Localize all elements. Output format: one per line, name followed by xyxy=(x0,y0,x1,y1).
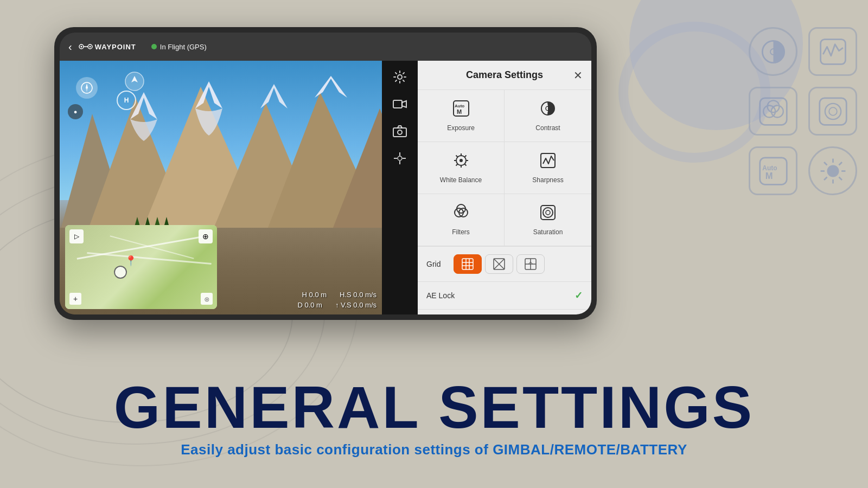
device-screen: ‹ WAYPOINT In Fligh xyxy=(60,33,591,314)
screen-body: H ● 📍 ⊕ ▷ + xyxy=(60,61,591,314)
grid-option-3[interactable] xyxy=(516,254,545,274)
svg-line-65 xyxy=(456,156,458,158)
map-pin: 📍 xyxy=(125,255,137,267)
exposure-cell[interactable]: Auto M Exposure xyxy=(418,90,505,142)
svg-rect-69 xyxy=(541,153,555,168)
grid-options xyxy=(454,254,545,274)
svg-point-46 xyxy=(398,130,402,134)
sharpness-label: Sharpness xyxy=(532,176,563,184)
camera-deco-icon xyxy=(808,87,857,136)
sun-deco-icon xyxy=(808,146,857,195)
grid-label: Grid xyxy=(426,260,448,268)
sharpness-icon xyxy=(539,152,557,173)
contrast-deco-icon xyxy=(749,27,797,76)
grid-option-2[interactable] xyxy=(485,254,513,274)
subtitle: Easily adjust basic configuration settin… xyxy=(181,441,687,458)
svg-point-23 xyxy=(80,46,82,48)
waypoint-dots xyxy=(79,41,93,52)
svg-rect-76 xyxy=(462,259,473,269)
circles-deco-icon xyxy=(749,87,797,136)
svg-line-19 xyxy=(839,177,842,180)
svg-line-67 xyxy=(464,156,467,158)
chart-deco-icon xyxy=(808,27,857,76)
photo-button[interactable] xyxy=(390,121,410,141)
bg-squiggle xyxy=(618,22,770,163)
white-balance-label: White Balance xyxy=(440,176,482,184)
map-location-button[interactable]: ⊕ xyxy=(199,229,213,243)
svg-marker-39 xyxy=(86,87,88,92)
waypoint-label: WAYPOINT xyxy=(95,43,136,51)
video-button[interactable] xyxy=(390,94,410,114)
map-route-button[interactable]: ▷ xyxy=(69,229,84,243)
right-decorative-icons: Auto M xyxy=(749,27,857,195)
exposure-label: Exposure xyxy=(447,124,475,132)
exposure-icon: Auto M xyxy=(452,100,470,121)
flight-text: In Flight (GPS) xyxy=(160,43,207,51)
lock-icon: ● xyxy=(68,104,83,119)
svg-point-51 xyxy=(398,156,402,160)
ae-lock-checkmark[interactable]: ✓ xyxy=(575,290,583,301)
bottom-section: GENERAL SETTINGS Easily adjust basic con… xyxy=(0,336,868,488)
saturation-icon xyxy=(539,204,557,225)
filters-label: Filters xyxy=(452,228,470,236)
side-controls xyxy=(382,61,418,314)
svg-point-75 xyxy=(546,210,550,215)
sharpness-cell[interactable]: Sharpness xyxy=(505,142,591,194)
distance-value: D 0.0 m xyxy=(297,301,322,309)
ae-lock-label: AE Lock xyxy=(426,291,575,300)
waypoint-indicator: WAYPOINT xyxy=(79,41,136,52)
settings-grid: Auto M Exposure xyxy=(418,90,591,247)
svg-point-13 xyxy=(827,165,839,177)
svg-point-42 xyxy=(398,75,402,79)
svg-line-20 xyxy=(839,162,842,165)
map-marker xyxy=(114,266,127,279)
crosshair-button[interactable] xyxy=(390,149,410,168)
svg-rect-43 xyxy=(393,100,402,108)
altitude-value: H 0.0 m xyxy=(302,291,327,299)
close-button[interactable]: ✕ xyxy=(573,70,583,81)
main-title: GENERAL SETTINGS xyxy=(114,377,754,437)
white-balance-cell[interactable]: White Balance xyxy=(418,142,505,194)
svg-text:M: M xyxy=(765,171,773,181)
svg-point-26 xyxy=(89,46,91,48)
svg-point-9 xyxy=(829,107,837,115)
saturation-label: Saturation xyxy=(533,228,563,236)
saturation-cell[interactable]: Saturation xyxy=(505,194,591,246)
flight-status: In Flight (GPS) xyxy=(151,43,207,51)
vertical-speed: ↑ V.S 0.0 m/s xyxy=(335,301,376,309)
svg-line-66 xyxy=(464,164,467,166)
svg-point-74 xyxy=(543,208,553,217)
svg-text:M: M xyxy=(457,108,462,115)
gear-button[interactable] xyxy=(390,67,410,87)
svg-line-21 xyxy=(824,177,827,180)
back-button[interactable]: ‹ xyxy=(68,41,72,53)
h-mode-button[interactable]: H xyxy=(117,91,136,110)
contrast-icon xyxy=(539,100,557,121)
svg-line-18 xyxy=(824,162,827,165)
compass-button[interactable] xyxy=(76,77,98,99)
mini-map: 📍 ⊕ ▷ + ◎ xyxy=(65,225,217,309)
filters-cell[interactable]: Filters xyxy=(418,194,505,246)
status-bar: ‹ WAYPOINT In Fligh xyxy=(60,33,591,61)
camera-view: H ● 📍 ⊕ ▷ + xyxy=(60,61,382,314)
ae-lock-section: AE Lock ✓ xyxy=(418,282,591,310)
contrast-label: Contrast xyxy=(535,124,560,132)
svg-marker-44 xyxy=(402,101,406,107)
settings-title: Camera Settings xyxy=(466,69,543,81)
flight-data: H 0.0 m H.S 0.0 m/s D 0.0 m ↑ V.S 0.0 m/… xyxy=(297,291,376,309)
horizontal-speed: H.S 0.0 m/s xyxy=(340,291,376,299)
svg-point-40 xyxy=(125,72,144,91)
camera-settings-panel: Camera Settings ✕ Auto M xyxy=(418,61,591,314)
gps-indicator xyxy=(151,44,157,49)
map-compass-button[interactable]: ◎ xyxy=(201,293,213,305)
svg-rect-7 xyxy=(819,98,846,125)
main-content: Auto M ‹ xyxy=(0,0,868,488)
svg-rect-45 xyxy=(393,128,406,137)
grid-option-1[interactable] xyxy=(454,254,482,274)
contrast-cell[interactable]: Contrast xyxy=(505,90,591,142)
svg-line-68 xyxy=(456,164,458,166)
device-mockup: ‹ WAYPOINT In Fligh xyxy=(54,27,597,320)
settings-header: Camera Settings ✕ xyxy=(418,61,591,90)
grid-section: Grid xyxy=(418,247,591,282)
map-zoom-in-button[interactable]: + xyxy=(69,293,81,305)
